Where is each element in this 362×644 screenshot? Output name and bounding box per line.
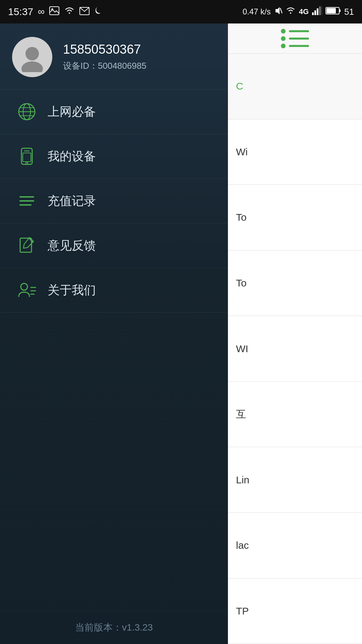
image-icon bbox=[49, 6, 59, 17]
svg-point-13 bbox=[25, 47, 39, 60]
right-panel: C Wi To To WI 互 Lin lac bbox=[228, 23, 362, 644]
list-icon bbox=[17, 191, 37, 211]
user-device-id: 设备ID：5004806985 bbox=[63, 60, 146, 72]
svg-point-23 bbox=[26, 162, 28, 164]
svg-rect-9 bbox=[321, 6, 322, 15]
svg-rect-22 bbox=[23, 153, 31, 162]
wifi-signal-icon bbox=[286, 6, 296, 17]
menu-item-feedback[interactable]: 意见反馈 bbox=[0, 223, 228, 268]
menu-item-recharge[interactable]: 充值记录 bbox=[0, 179, 228, 223]
mute-icon bbox=[274, 6, 282, 18]
svg-rect-8 bbox=[319, 6, 321, 15]
moon-icon bbox=[94, 6, 102, 17]
edit-icon bbox=[17, 235, 37, 256]
menu-item-internet[interactable]: 上网必备 bbox=[0, 90, 228, 134]
version-footer: 当前版本：v1.3.23 bbox=[0, 611, 228, 644]
user-phone: 15850530367 bbox=[63, 42, 146, 57]
version-label: 当前版本：v1.3.23 bbox=[75, 622, 153, 633]
svg-line-4 bbox=[280, 8, 282, 13]
menu-label-mydevice: 我的设备 bbox=[48, 148, 96, 165]
user-header: 15850530367 设备ID：5004806985 bbox=[0, 23, 228, 90]
right-panel-item-9[interactable]: TP bbox=[228, 579, 362, 644]
menu-label-about: 关于我们 bbox=[48, 282, 96, 299]
mail-icon bbox=[79, 6, 89, 17]
right-panel-item-3[interactable]: To bbox=[228, 185, 362, 251]
signal-4g-icon: 4G bbox=[299, 7, 309, 16]
svg-marker-3 bbox=[276, 7, 280, 14]
svg-rect-6 bbox=[314, 10, 316, 15]
status-time: 15:37 bbox=[8, 6, 33, 17]
right-panel-items: C Wi To To WI 互 Lin lac bbox=[228, 54, 362, 644]
svg-rect-5 bbox=[312, 12, 314, 15]
signal-bars-icon bbox=[312, 6, 322, 17]
wifi-icon bbox=[64, 6, 75, 17]
menu-label-recharge: 充值记录 bbox=[48, 193, 96, 209]
infinite-icon: ∞ bbox=[38, 6, 45, 17]
status-bar: 15:37 ∞ bbox=[0, 0, 362, 23]
right-panel-item-8[interactable]: lac bbox=[228, 513, 362, 579]
right-panel-item-4[interactable]: To bbox=[228, 251, 362, 316]
list-menu-icon[interactable] bbox=[281, 29, 309, 48]
svg-rect-7 bbox=[317, 8, 318, 15]
right-panel-top bbox=[228, 23, 362, 54]
menu-label-internet: 上网必备 bbox=[48, 104, 96, 120]
right-panel-item-7[interactable]: Lin bbox=[228, 447, 362, 513]
right-panel-item-2[interactable]: Wi bbox=[228, 119, 362, 185]
phone-icon bbox=[17, 146, 37, 166]
menu-item-mydevice[interactable]: 我的设备 bbox=[0, 134, 228, 179]
menu-list: 上网必备 我的设备 bbox=[0, 90, 228, 611]
svg-rect-12 bbox=[339, 9, 341, 12]
menu-item-about[interactable]: 关于我们 bbox=[0, 268, 228, 313]
right-panel-item-1[interactable]: C bbox=[228, 54, 362, 119]
battery-percent: 51 bbox=[344, 7, 354, 17]
avatar bbox=[12, 37, 52, 77]
network-speed: 0.47 k/s bbox=[243, 7, 271, 16]
battery-icon bbox=[325, 7, 341, 17]
svg-point-29 bbox=[21, 283, 27, 290]
sidebar: 15850530367 设备ID：5004806985 bbox=[0, 23, 228, 644]
svg-rect-11 bbox=[326, 8, 336, 13]
menu-label-feedback: 意见反馈 bbox=[48, 237, 96, 254]
user-list-icon bbox=[17, 280, 37, 300]
globe-icon bbox=[17, 102, 37, 122]
user-info: 15850530367 设备ID：5004806985 bbox=[63, 42, 146, 72]
main-layout: 15850530367 设备ID：5004806985 bbox=[0, 23, 362, 644]
svg-point-14 bbox=[21, 61, 43, 72]
right-panel-item-6[interactable]: 互 bbox=[228, 382, 362, 447]
right-panel-item-5[interactable]: WI bbox=[228, 316, 362, 382]
